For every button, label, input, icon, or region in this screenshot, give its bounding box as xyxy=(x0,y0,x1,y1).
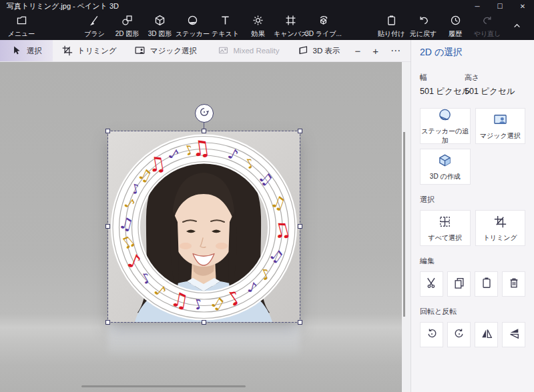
resize-handle-e[interactable] xyxy=(298,224,302,229)
resize-handle-sw[interactable] xyxy=(105,320,110,325)
flip-horizontal-button[interactable] xyxy=(475,322,498,347)
window-title: 写真トリミング.jpg - ペイント 3D xyxy=(0,1,119,11)
width-value: 501 ピクセル xyxy=(420,86,465,97)
magic-select-button[interactable]: マジック選択 xyxy=(475,108,526,144)
mixed-reality-icon xyxy=(218,45,229,57)
vertical-scrollbar[interactable] xyxy=(403,132,405,317)
3d-view-icon xyxy=(297,45,308,57)
music-note: ♫ xyxy=(146,153,168,175)
2d-shapes-button[interactable]: 2D 図形 xyxy=(111,12,144,40)
redo-label: やり直し xyxy=(474,29,501,39)
resize-handle-w[interactable] xyxy=(105,224,110,229)
undo-button[interactable]: 元に戻す xyxy=(407,12,439,40)
magic-select-blue-icon xyxy=(493,112,508,129)
brush-label: ブラシ xyxy=(84,29,105,39)
minimize-button[interactable]: ─ xyxy=(466,0,489,12)
make-3d-button[interactable]: 3D の作成 xyxy=(420,149,471,185)
rotation-handle[interactable] xyxy=(195,104,214,123)
maximize-button[interactable]: ☐ xyxy=(489,0,511,12)
text-icon xyxy=(219,14,232,28)
crop-tool-label: トリミング xyxy=(77,46,117,56)
crop-panel-icon xyxy=(493,214,508,231)
more-options-button[interactable]: ⋯ xyxy=(384,40,407,61)
2d-selection-panel: 2D の選択 幅 501 ピクセル 高さ 501 ピクセル ステッカーの追加 マ… xyxy=(411,40,534,392)
3d-library-button[interactable]: 3D ライブ... xyxy=(307,12,340,40)
cut-icon xyxy=(426,277,438,291)
select-all-label: すべて選択 xyxy=(428,233,462,243)
effects-label: 効果 xyxy=(252,29,265,39)
brush-icon xyxy=(88,14,101,28)
vertical-scrollbar-track[interactable] xyxy=(402,62,411,392)
menu-icon xyxy=(15,14,28,28)
canvas-workspace[interactable]: ♫♪♪♫♫♫♫♪♪♪♫♪♫♪♪♪♫♫♪♪♫♫♪♪ xyxy=(0,62,402,392)
redo-icon xyxy=(481,14,494,28)
flip-vertical-icon xyxy=(508,327,520,342)
zoom-out-button[interactable]: − xyxy=(348,40,366,61)
magic-select-tool-label: マジック選択 xyxy=(150,46,197,56)
edit-section-label: 編集 xyxy=(420,256,525,266)
redo-button[interactable]: やり直し xyxy=(471,12,503,40)
3d-view-tool[interactable]: 3D 表示 xyxy=(288,40,349,61)
3d-view-label: 3D 表示 xyxy=(313,46,340,56)
history-icon xyxy=(449,14,462,28)
sticker-blue-icon xyxy=(437,107,453,124)
trash-icon xyxy=(508,277,520,291)
select-tool-label: 選択 xyxy=(27,46,42,56)
sticker-icon xyxy=(186,14,199,28)
crop-label: トリミング xyxy=(483,233,517,243)
select-tool[interactable]: 選択 xyxy=(0,40,53,61)
selection-box[interactable]: ♫♪♪♫♫♫♫♪♪♪♫♪♫♪♪♪♫♫♪♪♫♫♪♪ xyxy=(108,131,300,322)
resize-handle-ne[interactable] xyxy=(298,129,302,133)
select-all-button[interactable]: すべて選択 xyxy=(420,210,471,246)
rotate-right-icon xyxy=(453,327,465,342)
text-button[interactable]: テキスト xyxy=(209,12,242,40)
2d-shapes-icon xyxy=(121,14,134,28)
paste-button[interactable]: 貼り付け xyxy=(375,12,407,40)
select-section-label: 選択 xyxy=(420,195,525,205)
paste-label: 貼り付け xyxy=(378,29,405,39)
paste-panel-button[interactable] xyxy=(475,271,498,297)
make-3d-label: 3D の作成 xyxy=(430,172,461,181)
collapse-ribbon-button[interactable] xyxy=(503,12,530,40)
effects-button[interactable]: 効果 xyxy=(242,12,274,40)
brush-button[interactable]: ブラシ xyxy=(78,12,111,40)
height-label: 高さ xyxy=(465,73,509,83)
resize-handle-se[interactable] xyxy=(298,320,302,325)
undo-icon xyxy=(417,14,430,28)
size-info: 幅 501 ピクセル 高さ 501 ピクセル xyxy=(420,73,525,97)
mixed-reality-tool[interactable]: Mixed Reality xyxy=(209,40,288,61)
magic-select-tool[interactable]: マジック選択 xyxy=(125,40,206,61)
menu-label: メニュー xyxy=(8,29,35,39)
crop-button[interactable]: トリミング xyxy=(475,210,526,246)
canvas-button[interactable]: キャンバス xyxy=(274,12,307,40)
resize-handle-n[interactable] xyxy=(202,129,206,133)
sticker-label: ステッカー xyxy=(176,29,210,39)
zoom-in-button[interactable]: + xyxy=(366,40,384,61)
horizontal-scrollbar[interactable] xyxy=(81,385,246,387)
crop-icon xyxy=(61,45,73,57)
mixed-reality-label: Mixed Reality xyxy=(234,47,280,55)
cut-button[interactable] xyxy=(420,271,443,297)
photo[interactable]: ♫♪♪♫♫♫♫♪♪♪♫♪♫♪♪♪♫♫♪♪♫♫♪♪ xyxy=(108,131,300,322)
crop-tool[interactable]: トリミング xyxy=(53,40,125,61)
close-button[interactable]: ✕ xyxy=(511,0,534,12)
rotate-left-button[interactable] xyxy=(420,322,443,347)
titlebar[interactable]: 写真トリミング.jpg - ペイント 3D ─ ☐ ✕ xyxy=(0,0,534,12)
rotate-right-button[interactable] xyxy=(447,322,471,347)
copy-button[interactable] xyxy=(447,271,471,297)
resize-handle-nw[interactable] xyxy=(105,129,110,133)
menu-button[interactable]: メニュー xyxy=(0,12,43,40)
text-label: テキスト xyxy=(212,29,239,39)
delete-button[interactable] xyxy=(502,271,525,297)
canvas-icon xyxy=(284,14,297,28)
flip-vertical-button[interactable] xyxy=(502,322,525,347)
add-sticker-button[interactable]: ステッカーの追加 xyxy=(420,108,471,144)
rotate-icon xyxy=(198,106,210,121)
add-sticker-label: ステッカーの追加 xyxy=(421,127,470,145)
3d-shapes-button[interactable]: 3D 図形 xyxy=(144,12,176,40)
sticker-button[interactable]: ステッカー xyxy=(176,12,209,40)
undo-label: 元に戻す xyxy=(410,29,437,39)
3d-library-label: 3D ライブ... xyxy=(305,29,342,39)
resize-handle-s[interactable] xyxy=(202,320,206,325)
history-button[interactable]: 履歴 xyxy=(439,12,471,40)
